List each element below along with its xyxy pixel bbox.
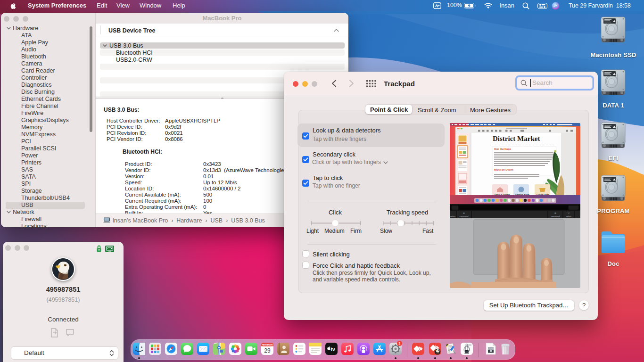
svg-text:29: 29 <box>264 347 271 354</box>
svg-text:⌥: ⌥ <box>568 212 570 214</box>
svg-text:option: option <box>566 215 571 217</box>
svg-text:Our Heritage: Our Heritage <box>494 148 512 150</box>
svg-text:District Market: District Market <box>493 135 540 142</box>
svg-text:tv: tv <box>331 347 335 352</box>
svg-text:⌘: ⌘ <box>463 212 465 214</box>
svg-text:⌘: ⌘ <box>554 212 556 214</box>
svg-text:option: option <box>450 215 455 217</box>
svg-text:command: command <box>460 215 469 217</box>
svg-text:FARVARDIN: FARVARDIN <box>262 344 273 346</box>
svg-text:command: command <box>551 215 560 217</box>
svg-text:Must an Event: Must an Event <box>494 168 513 171</box>
